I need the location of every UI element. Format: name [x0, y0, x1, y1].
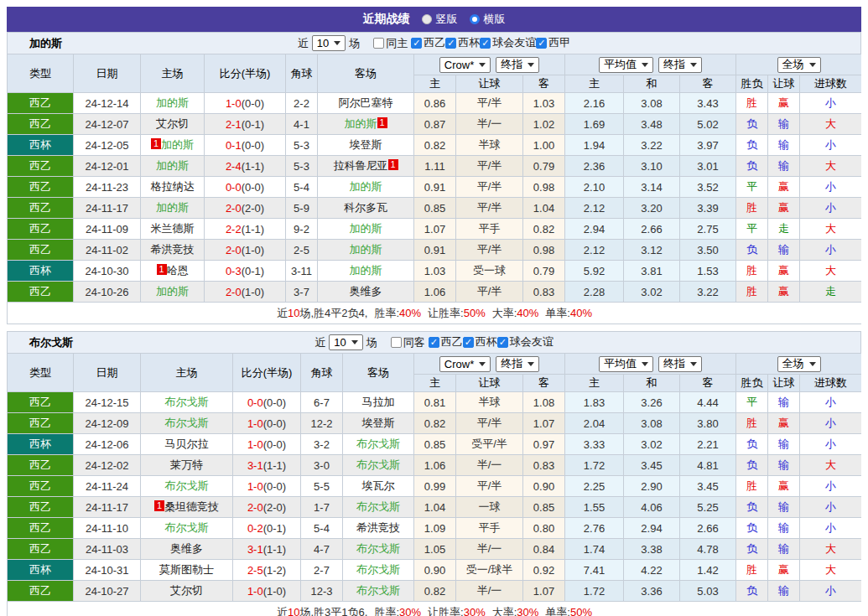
- corner-cell: 5-4: [286, 177, 318, 198]
- summary-stat-value: 30%: [464, 606, 486, 616]
- chevron-down-icon: [642, 362, 648, 366]
- halftime-score: (0-0): [242, 181, 264, 194]
- avg-home-cell: 1.94: [565, 135, 624, 156]
- league-checkbox[interactable]: 球会友谊: [497, 334, 554, 349]
- match-row: 西乙24-10-26加的斯2-0(1-0)3-7奥维多1.06平/半0.832.…: [8, 282, 862, 303]
- league-checkbox[interactable]: 西甲: [536, 35, 570, 50]
- team-label: 米兰德斯: [151, 222, 195, 235]
- summary-stat-value: 30%: [399, 606, 421, 616]
- subheader-avg-draw: 和: [624, 375, 680, 392]
- handicap-result-cell: 赢: [768, 93, 800, 114]
- winloss-result-cell: 负: [736, 497, 768, 518]
- competition-type-cell: 西乙: [8, 581, 74, 602]
- recent-count-select[interactable]: 10: [312, 35, 346, 51]
- match-row: 西杯24-10-31莫斯图勒士2-5(1-2)2-7布尔戈斯0.90受一/球半0…: [8, 560, 862, 581]
- winloss-result-cell: 胜: [736, 413, 768, 434]
- winloss-result-cell: 负: [736, 240, 768, 261]
- chevron-down-icon: [334, 41, 340, 45]
- corner-cell: 5-4: [301, 518, 343, 539]
- team-label: 加的斯: [350, 222, 382, 235]
- score-cell: 2-4(1-1): [205, 156, 286, 177]
- handicap-result-cell: 赢: [768, 476, 800, 497]
- avg-away-cell: 4.44: [680, 392, 736, 413]
- layout-radio-horizontal[interactable]: 横版: [470, 12, 506, 27]
- winloss-result-cell: 负: [736, 156, 768, 177]
- team-label: 加的斯: [350, 180, 382, 193]
- checkbox-icon[interactable]: [373, 38, 384, 49]
- fulltime-select[interactable]: 全场: [777, 356, 821, 372]
- home-team-cell: 布尔戈斯: [141, 518, 233, 539]
- checkbox-icon[interactable]: [411, 38, 422, 49]
- odds-source-select[interactable]: Crow*: [439, 356, 491, 372]
- match-row: 西乙24-12-14加的斯1-0(0-0)2-2阿尔巴塞特0.86平/半1.03…: [8, 93, 862, 114]
- fulltime-select[interactable]: 全场: [777, 57, 821, 73]
- checkbox-icon[interactable]: [480, 38, 491, 49]
- competition-type-cell: 西乙: [8, 156, 74, 177]
- away-team-cell: 马拉加: [343, 392, 414, 413]
- handicap-result-cell: 赢: [768, 177, 800, 198]
- home-team-cell: 加的斯: [141, 156, 205, 177]
- team-name: 布尔戈斯: [29, 332, 73, 354]
- recent-count-select[interactable]: 10: [329, 334, 362, 350]
- home-team-cell: 奥维多: [141, 539, 233, 560]
- radio-vertical-label: 竖版: [436, 12, 458, 27]
- final-odds-select-2[interactable]: 终指: [658, 57, 702, 73]
- subheader-odds-home: 主: [414, 375, 456, 392]
- checkbox-icon[interactable]: [536, 38, 547, 49]
- checkbox-icon[interactable]: [429, 337, 439, 348]
- avg-draw-cell: 2.66: [624, 219, 680, 240]
- avg-home-cell: 5.92: [565, 261, 624, 282]
- odds-away-cell: 1.02: [523, 114, 565, 135]
- date-cell: 24-10-31: [74, 560, 141, 581]
- recent-prefix-label: 近: [298, 36, 309, 51]
- goals-result-cell: 大: [800, 560, 861, 581]
- same-venue-checkbox[interactable]: 同主: [373, 36, 408, 51]
- final-odds-select-2[interactable]: 终指: [658, 356, 702, 372]
- halftime-score: (0-1): [263, 522, 286, 535]
- league-checkbox[interactable]: 西乙: [429, 334, 463, 349]
- goals-result-cell: 小: [800, 413, 861, 434]
- odds-source-select[interactable]: Crow*: [439, 57, 491, 73]
- checkbox-icon[interactable]: [463, 337, 474, 348]
- league-checkbox[interactable]: 西乙: [411, 35, 445, 50]
- avg-odds-value: 平均值: [604, 57, 637, 72]
- avg-home-cell: 1.83: [565, 392, 624, 413]
- league-checkbox[interactable]: 西杯: [445, 35, 480, 50]
- summary-stat-label: 让胜率:: [428, 606, 464, 616]
- home-team-cell: 莱万特: [141, 455, 233, 476]
- avg-odds-select[interactable]: 平均值: [599, 356, 653, 372]
- team-label: 艾尔切: [156, 117, 189, 130]
- checkbox-icon[interactable]: [445, 38, 456, 49]
- team-label: 格拉纳达: [151, 180, 195, 193]
- radio-checked-icon[interactable]: [470, 14, 480, 24]
- goals-result-cell: 小: [800, 177, 861, 198]
- competition-type-cell: 西乙: [8, 219, 74, 240]
- team-label: 艾尔切: [170, 584, 203, 597]
- final-odds-select[interactable]: 终指: [496, 57, 539, 73]
- team-label: 埃登斯: [362, 417, 395, 429]
- corner-cell: 5-3: [286, 135, 318, 156]
- match-rows: 西乙24-12-15布尔戈斯0-0(0-0)6-7马拉加0.81半球1.081.…: [8, 392, 862, 602]
- final-odds-select[interactable]: 终指: [496, 356, 539, 372]
- winloss-result-cell: 负: [736, 518, 768, 539]
- checkbox-icon[interactable]: [391, 337, 402, 348]
- avg-away-cell: 3.52: [680, 177, 736, 198]
- subheader-winloss: 胜负: [736, 375, 768, 392]
- halftime-score: (0-0): [263, 480, 286, 493]
- home-team-cell: 布尔戈斯: [141, 392, 233, 413]
- league-checkbox[interactable]: 球会友谊: [480, 35, 536, 50]
- away-team-cell: 埃登斯: [318, 135, 414, 156]
- checkbox-icon[interactable]: [497, 337, 508, 348]
- corner-cell: 2-5: [286, 240, 318, 261]
- same-venue-checkbox[interactable]: 同客: [391, 335, 425, 350]
- avg-home-cell: 2.36: [565, 156, 624, 177]
- radio-unchecked-icon[interactable]: [422, 14, 432, 24]
- layout-radio-vertical[interactable]: 竖版: [422, 12, 458, 27]
- subheader-winloss: 胜负: [736, 75, 768, 93]
- avg-away-cell: 3.39: [680, 198, 736, 219]
- match-rows: 西乙24-12-14加的斯1-0(0-0)2-2阿尔巴塞特0.86平/半1.03…: [8, 93, 862, 303]
- league-checkbox[interactable]: 西杯: [463, 334, 497, 349]
- avg-odds-select[interactable]: 平均值: [599, 57, 653, 73]
- column-header-corner: 角球: [286, 54, 318, 93]
- avg-home-cell: 1.69: [565, 114, 624, 135]
